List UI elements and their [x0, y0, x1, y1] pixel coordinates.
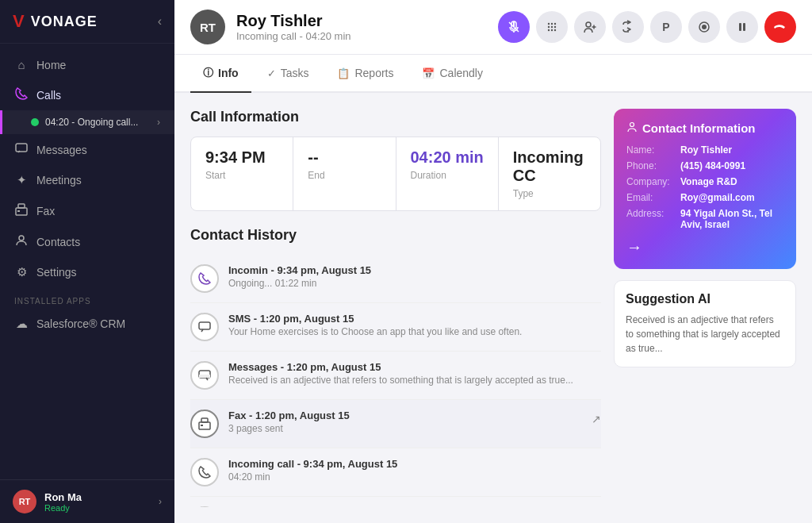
user-info: Ron Ma Ready — [44, 491, 159, 513]
svg-rect-2 — [18, 204, 25, 208]
user-avatar: RT — [13, 490, 36, 513]
call-start-value: 9:34 PM — [205, 148, 278, 167]
svg-rect-27 — [201, 425, 203, 426]
sidebar: V VONAGE ‹ ⌂ Home Calls 04:20 - Ongoing … — [0, 0, 174, 523]
contacts-icon — [14, 234, 29, 249]
history-item-text: Fax - 1:20 pm, August 15 3 pages sent — [228, 410, 582, 434]
svg-rect-20 — [739, 23, 741, 31]
keypad-button[interactable] — [536, 11, 568, 43]
external-link-icon[interactable]: ↗ — [592, 413, 601, 425]
left-panel: Call Information 9:34 PM Start -- End 04… — [190, 109, 601, 507]
history-item[interactable]: SMS - 1:20 pm, August 15 Your Home exerc… — [190, 303, 601, 352]
svg-point-19 — [702, 25, 707, 29]
history-msg-icon — [190, 361, 219, 390]
call-info-title: Call Information — [190, 109, 601, 125]
sidebar-item-contacts[interactable]: Contacts — [0, 226, 174, 257]
sidebar-meetings-label: Meetings — [36, 174, 82, 187]
caller-subtitle: Incoming call - 04:20 min — [236, 30, 351, 42]
history-item-text: Incoming call - 9:34 pm, August 15 04:20… — [228, 458, 601, 483]
contact-address-row: Address: 94 Yigal Alon St., Tel Aviv, Is… — [626, 208, 783, 230]
tab-calendly-label: Calendly — [439, 67, 482, 79]
active-call-item[interactable]: 04:20 - Ongoing call... › — [0, 110, 174, 134]
sidebar-user-area[interactable]: RT Ron Ma Ready › — [0, 479, 174, 523]
call-info-section: Call Information 9:34 PM Start -- End 04… — [190, 109, 601, 211]
history-list: Incomin - 9:34 pm, August 15 Ongoing... … — [190, 255, 601, 507]
user-expand-icon[interactable]: › — [159, 496, 162, 507]
call-start-label: Start — [205, 170, 278, 181]
svg-point-8 — [548, 23, 550, 25]
history-item-fax-highlighted[interactable]: Fax - 1:20 pm, August 15 3 pages sent ↗ — [190, 400, 601, 448]
contact-card-icon — [626, 121, 638, 135]
call-type-value: Incoming CC — [513, 148, 586, 185]
suggestion-text: Received is an adjective that refers to … — [626, 313, 784, 356]
home-icon: ⌂ — [14, 58, 29, 71]
park-button[interactable]: P — [650, 11, 682, 43]
history-fax-icon — [190, 410, 219, 438]
contact-card-arrow[interactable]: → — [626, 238, 783, 256]
app-title: VONAGE — [31, 13, 98, 30]
svg-point-13 — [554, 26, 556, 28]
calendly-tab-icon: 📅 — [422, 67, 435, 79]
sidebar-contacts-label: Contacts — [36, 236, 80, 248]
contact-phone-row: Phone: (415) 484-0991 — [626, 160, 783, 171]
sidebar-item-fax[interactable]: Fax — [0, 195, 174, 226]
history-call2-icon — [190, 458, 219, 486]
user-status: Ready — [44, 503, 159, 513]
svg-point-14 — [548, 29, 550, 31]
call-duration-value: 04:20 min — [411, 148, 484, 167]
svg-point-12 — [551, 26, 553, 28]
pause-button[interactable] — [726, 11, 758, 43]
sidebar-item-home[interactable]: ⌂ Home — [0, 50, 174, 79]
sidebar-calls-label: Calls — [36, 89, 61, 102]
contact-email-row: Email: Roy@gmail.com — [626, 192, 783, 203]
salesforce-icon: ☁ — [14, 317, 29, 331]
main-tabs: ⓘ Info ✓ Tasks 📋 Reports 📅 Calendly — [174, 55, 812, 93]
tab-info[interactable]: ⓘ Info — [190, 55, 251, 93]
tab-info-label: Info — [218, 67, 239, 79]
history-item[interactable]: Messages - 1:20 pm, August 15 Received i… — [190, 352, 601, 400]
transfer-button[interactable] — [612, 11, 644, 43]
calls-icon — [14, 87, 29, 102]
record-button[interactable] — [688, 11, 720, 43]
sidebar-item-settings[interactable]: ⚙ Settings — [0, 257, 174, 287]
history-item-text: SMS - 1:20 pm, August 15 Your Home exerc… — [228, 313, 601, 337]
svg-point-17 — [586, 22, 591, 27]
active-call-label: 04:20 - Ongoing call... — [45, 117, 138, 128]
sidebar-nav: ⌂ Home Calls 04:20 - Ongoing call... › M… — [0, 44, 174, 479]
sidebar-item-calls[interactable]: Calls — [0, 79, 174, 110]
history-item-text: Incomin - 9:34 pm, August 15 Ongoing... … — [228, 264, 601, 289]
call-info-cards: 9:34 PM Start -- End 04:20 min Duration … — [190, 137, 601, 211]
sidebar-fax-label: Fax — [36, 205, 55, 217]
caller-name: Roy Tishler — [236, 12, 351, 30]
history-sms-icon — [190, 313, 219, 341]
call-end-value: -- — [308, 148, 381, 167]
messages-icon — [14, 142, 29, 157]
history-item-text: Fax - 1:20 pm, August 15 1 pages receive… — [228, 506, 601, 507]
settings-icon: ⚙ — [14, 265, 29, 279]
end-call-button[interactable] — [764, 11, 796, 43]
mute-button[interactable] — [498, 11, 530, 43]
svg-point-16 — [554, 29, 556, 31]
svg-point-10 — [554, 23, 556, 25]
installed-apps-label: INSTALLED APPS — [0, 287, 174, 309]
svg-point-4 — [19, 236, 24, 240]
sidebar-item-messages[interactable]: Messages — [0, 134, 174, 165]
tab-tasks[interactable]: ✓ Tasks — [255, 56, 322, 92]
sidebar-logo: V VONAGE ‹ — [0, 0, 174, 44]
tab-reports[interactable]: 📋 Reports — [324, 56, 406, 92]
svg-rect-3 — [17, 210, 20, 212]
contact-card-title: Contact Information — [626, 121, 783, 135]
sidebar-item-salesforce[interactable]: ☁ Salesforce® CRM — [0, 309, 174, 339]
sidebar-collapse-button[interactable]: ‹ — [158, 14, 162, 29]
svg-rect-22 — [199, 322, 210, 329]
sidebar-messages-label: Messages — [36, 144, 87, 156]
fax-icon — [14, 203, 29, 218]
history-item[interactable]: Incoming call - 9:34 pm, August 15 04:20… — [190, 448, 601, 497]
history-call-icon — [190, 264, 219, 293]
sidebar-item-meetings[interactable]: ✦ Meetings — [0, 165, 174, 195]
call-start-card: 9:34 PM Start — [191, 137, 293, 210]
history-item[interactable]: Incomin - 9:34 pm, August 15 Ongoing... … — [190, 255, 601, 303]
history-item[interactable]: Fax - 1:20 pm, August 15 1 pages receive… — [190, 497, 601, 507]
add-person-button[interactable] — [574, 11, 606, 43]
tab-calendly[interactable]: 📅 Calendly — [409, 56, 495, 92]
